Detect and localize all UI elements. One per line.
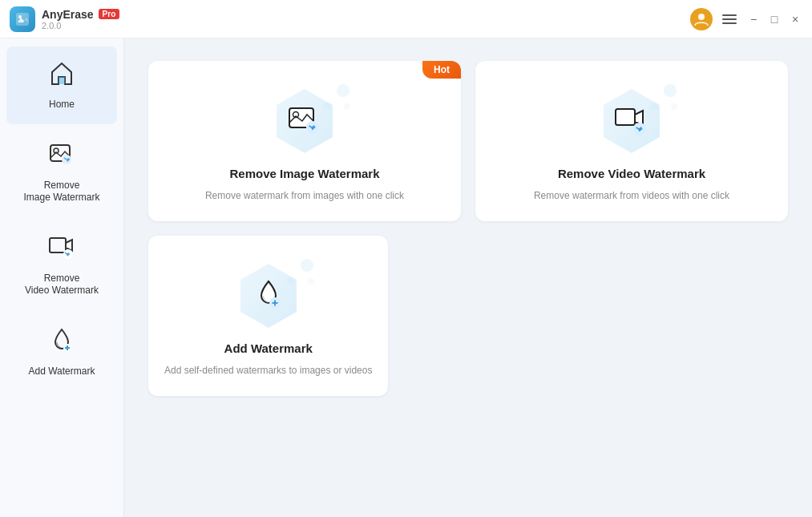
sidebar-home-label: Home bbox=[49, 99, 75, 111]
sidebar-remove-video-label: RemoveVideo Watermark bbox=[25, 273, 99, 297]
add-watermark-icon bbox=[47, 326, 76, 361]
sidebar-remove-image-label: RemoveImage Watermark bbox=[24, 180, 100, 204]
svg-point-21 bbox=[664, 84, 677, 97]
remove-video-card-main-icon bbox=[615, 104, 648, 138]
svg-rect-8 bbox=[50, 238, 66, 252]
remove-video-watermark-card[interactable]: Remove Video Watermark Remove watermark … bbox=[475, 61, 788, 221]
add-watermark-card-main-icon bbox=[252, 279, 285, 313]
add-watermark-card-title: Add Watermark bbox=[224, 341, 313, 355]
remove-image-card-icon-wrapper bbox=[269, 85, 341, 157]
user-avatar[interactable] bbox=[690, 8, 713, 30]
svg-point-27 bbox=[301, 259, 313, 272]
svg-point-2 bbox=[698, 14, 705, 20]
remove-image-card-main-icon bbox=[288, 104, 321, 138]
svg-rect-24 bbox=[616, 109, 635, 125]
sidebar: Home RemoveImage Watermark bbox=[0, 38, 124, 517]
add-watermark-card[interactable]: Add Watermark Add self-defined watermark… bbox=[148, 236, 388, 396]
app-logo bbox=[10, 6, 35, 32]
remove-image-watermark-icon bbox=[47, 140, 76, 175]
sidebar-item-remove-video[interactable]: RemoveVideo Watermark bbox=[6, 220, 117, 310]
add-watermark-card-icon-wrapper bbox=[232, 260, 305, 332]
remove-image-card-title: Remove Image Watermark bbox=[229, 167, 379, 180]
content-area: Hot bbox=[124, 38, 812, 517]
title-bar: AnyErase Pro 2.0.0 − □ × bbox=[0, 0, 812, 38]
maximize-button[interactable]: □ bbox=[767, 12, 782, 26]
title-bar-left: AnyErase Pro 2.0.0 bbox=[10, 6, 119, 32]
svg-rect-3 bbox=[59, 77, 65, 84]
cards-row-2: Add Watermark Add self-defined watermark… bbox=[148, 236, 788, 396]
remove-video-card-icon-wrapper bbox=[596, 85, 668, 157]
close-button[interactable]: × bbox=[788, 12, 802, 26]
hot-badge: Hot bbox=[422, 61, 461, 79]
svg-point-22 bbox=[650, 103, 658, 111]
remove-image-watermark-card[interactable]: Hot bbox=[148, 61, 461, 221]
svg-point-1 bbox=[18, 15, 22, 18]
app-name-group: AnyErase Pro 2.0.0 bbox=[42, 8, 119, 30]
sidebar-item-home[interactable]: Home bbox=[6, 46, 117, 124]
remove-image-card-desc: Remove watermark from images with one cl… bbox=[205, 190, 404, 201]
app-version: 2.0.0 bbox=[42, 21, 119, 30]
svg-point-16 bbox=[344, 103, 350, 110]
svg-point-29 bbox=[308, 278, 314, 285]
sidebar-add-watermark-label: Add Watermark bbox=[29, 366, 95, 378]
remove-video-watermark-icon bbox=[47, 233, 76, 268]
remove-video-card-desc: Remove watermark from videos with one cl… bbox=[534, 190, 729, 201]
add-watermark-card-desc: Add self-defined watermarks to images or… bbox=[164, 365, 372, 376]
hamburger-menu-icon[interactable] bbox=[722, 14, 737, 24]
sidebar-item-remove-image[interactable]: RemoveImage Watermark bbox=[6, 127, 117, 217]
pro-badge: Pro bbox=[99, 9, 120, 19]
svg-point-14 bbox=[337, 84, 349, 97]
svg-point-28 bbox=[287, 277, 295, 285]
minimize-button[interactable]: − bbox=[746, 12, 761, 26]
title-bar-right: − □ × bbox=[690, 8, 802, 30]
svg-point-15 bbox=[323, 103, 331, 111]
sidebar-item-add-watermark[interactable]: Add Watermark bbox=[6, 313, 117, 391]
main-layout: Home RemoveImage Watermark bbox=[0, 38, 812, 517]
app-name: AnyErase bbox=[42, 8, 94, 21]
remove-video-card-title: Remove Video Watermark bbox=[558, 167, 705, 180]
home-icon bbox=[47, 59, 76, 94]
window-controls: − □ × bbox=[746, 12, 802, 26]
svg-point-23 bbox=[671, 103, 677, 110]
cards-row-1: Hot bbox=[148, 61, 788, 221]
